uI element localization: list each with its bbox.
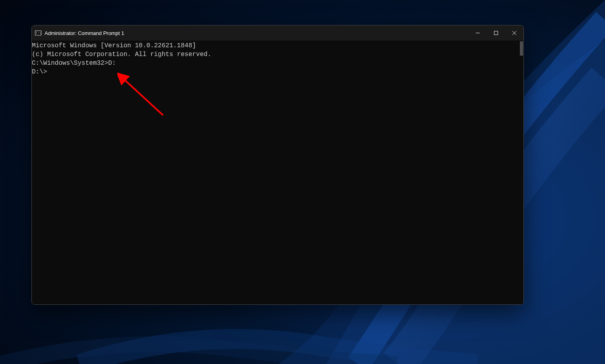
terminal-line: D:\> bbox=[32, 68, 523, 76]
command-prompt-window: C:\ Administrator: Command Prompt 1 bbox=[31, 25, 524, 305]
maximize-button[interactable] bbox=[487, 25, 505, 41]
command-prompt-icon: C:\ bbox=[35, 30, 41, 36]
svg-rect-5 bbox=[494, 31, 498, 35]
window-title: Administrator: Command Prompt 1 bbox=[45, 30, 124, 36]
close-button[interactable] bbox=[505, 25, 523, 41]
window-titlebar[interactable]: C:\ Administrator: Command Prompt 1 bbox=[32, 25, 523, 41]
minimize-button[interactable] bbox=[469, 25, 487, 41]
svg-text:C:\: C:\ bbox=[36, 31, 41, 35]
terminal-line: Microsoft Windows [Version 10.0.22621.18… bbox=[32, 41, 523, 50]
scrollbar-thumb[interactable] bbox=[520, 41, 523, 56]
terminal-content-area[interactable]: Microsoft Windows [Version 10.0.22621.18… bbox=[32, 41, 523, 304]
terminal-line: C:\Windows\System32>D: bbox=[32, 59, 523, 68]
terminal-line: (c) Microsoft Corporation. All rights re… bbox=[32, 50, 523, 59]
vertical-scrollbar[interactable] bbox=[517, 41, 523, 304]
